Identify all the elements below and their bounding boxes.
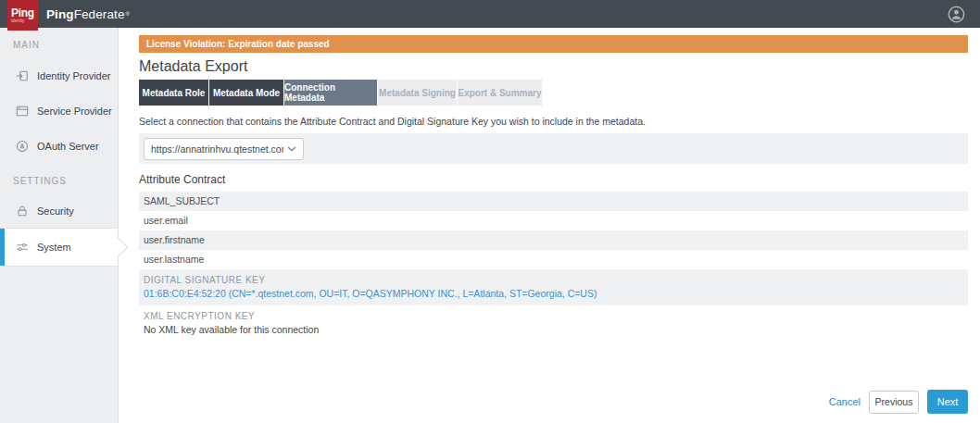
connection-select[interactable]: https://annatrinhvu.qtestnet.com/sam xyxy=(144,138,304,160)
attribute-row: user.email xyxy=(139,211,968,230)
sidebar-item-service-provider[interactable]: Service Provider xyxy=(0,93,118,129)
sidebar-item-label: Security xyxy=(37,205,74,217)
chevron-down-icon xyxy=(287,146,296,152)
oauth-server-icon xyxy=(16,140,29,153)
system-icon xyxy=(16,241,29,254)
wizard-footer: Cancel Previous Next xyxy=(829,390,968,414)
sidebar-item-oauth-server[interactable]: OAuth Server xyxy=(0,129,118,164)
xml-encryption-key-block: XML ENCRYPTION KEY No XML key available … xyxy=(139,305,968,342)
identity-provider-icon xyxy=(16,69,29,82)
tab-metadata-mode[interactable]: Metadata Mode xyxy=(209,80,283,106)
user-avatar-icon[interactable] xyxy=(948,6,965,23)
digital-signature-key-block: DIGITAL SIGNATURE KEY 01:6B:C0:E4:52:20 … xyxy=(139,269,968,305)
cancel-link[interactable]: Cancel xyxy=(829,396,861,407)
previous-button[interactable]: Previous xyxy=(869,391,919,414)
instruction-text: Select a connection that contains the At… xyxy=(139,116,968,128)
digital-signature-key-label: DIGITAL SIGNATURE KEY xyxy=(144,275,968,286)
ping-identity-logo[interactable]: Ping identity xyxy=(7,0,38,31)
service-provider-icon xyxy=(16,105,29,118)
xml-encryption-key-value: No XML key available for this connection xyxy=(144,324,968,336)
tab-connection-metadata[interactable]: Connection Metadata xyxy=(284,80,377,106)
sidebar-section-main: MAIN xyxy=(13,41,118,50)
attribute-row: user.firstname xyxy=(139,230,968,250)
sidebar-item-label: Service Provider xyxy=(37,106,112,117)
sidebar-item-label: Identity Provider xyxy=(37,70,110,81)
attribute-contract-list: SAML_SUBJECT user.email user.firstname u… xyxy=(139,192,968,269)
tab-metadata-signing: Metadata Signing xyxy=(378,80,457,106)
xml-encryption-key-label: XML ENCRYPTION KEY xyxy=(144,311,968,322)
wizard-step-tabs: Metadata Role Metadata Mode Connection M… xyxy=(139,80,968,106)
tab-metadata-role[interactable]: Metadata Role xyxy=(139,80,208,106)
app-brand: PingFederate® xyxy=(46,0,130,28)
sidebar-item-label: System xyxy=(37,242,71,253)
sidebar: MAIN Identity Provider Service Provider xyxy=(0,28,119,423)
attribute-row: SAML_SUBJECT xyxy=(139,192,968,211)
logo-subtext: identity xyxy=(11,19,24,23)
logo-text: Ping xyxy=(11,7,34,19)
main-content: License Violation: Expiration date passe… xyxy=(119,28,980,423)
sidebar-item-identity-provider[interactable]: Identity Provider xyxy=(0,58,118,93)
sidebar-item-label: OAuth Server xyxy=(37,141,99,152)
attribute-row: user.lastname xyxy=(139,250,968,269)
connection-select-value: https://annatrinhvu.qtestnet.com/sam xyxy=(151,143,283,155)
page-title: Metadata Export xyxy=(139,57,968,76)
sidebar-item-system[interactable]: System xyxy=(0,229,118,266)
attribute-contract-heading: Attribute Contract xyxy=(139,173,968,186)
brand-federate: Federate xyxy=(74,7,125,21)
digital-signature-key-link[interactable]: 01:6B:C0:E4:52:20 (CN=*.qtestnet.com, OU… xyxy=(144,288,968,300)
top-bar: PingFederate® xyxy=(0,0,980,28)
next-button[interactable]: Next xyxy=(927,390,968,414)
brand-registered-mark: ® xyxy=(126,9,131,19)
security-icon xyxy=(16,205,29,218)
sidebar-item-security[interactable]: Security xyxy=(0,193,118,229)
connection-select-band: https://annatrinhvu.qtestnet.com/sam xyxy=(139,133,968,164)
license-violation-banner: License Violation: Expiration date passe… xyxy=(139,35,968,53)
brand-ping: Ping xyxy=(46,7,74,21)
tab-export-summary: Export & Summary xyxy=(458,80,542,106)
sidebar-section-settings: SETTINGS xyxy=(13,177,118,186)
